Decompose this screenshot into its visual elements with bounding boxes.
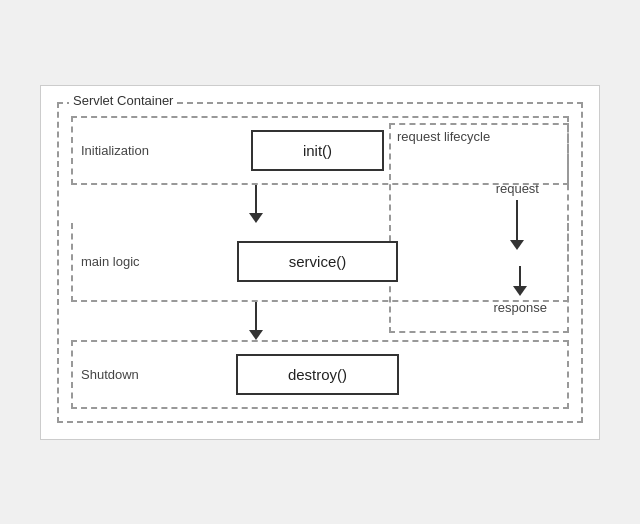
- diagram-wrapper: Servlet Container Initialization init() …: [40, 85, 600, 440]
- init-section: Initialization init(): [71, 116, 569, 185]
- init-method-box: init(): [251, 130, 384, 171]
- response-label: response: [494, 300, 547, 315]
- destroy-section: Shutdown destroy(): [71, 340, 569, 409]
- destroy-section-label: Shutdown: [73, 367, 168, 382]
- service-method-box: service(): [237, 241, 399, 282]
- service-section-label: main logic: [73, 254, 168, 269]
- destroy-method-box: destroy(): [236, 354, 399, 395]
- servlet-container-label: Servlet Container: [69, 93, 177, 108]
- service-section: main logic service(): [71, 223, 569, 302]
- init-section-label: Initialization: [73, 143, 168, 158]
